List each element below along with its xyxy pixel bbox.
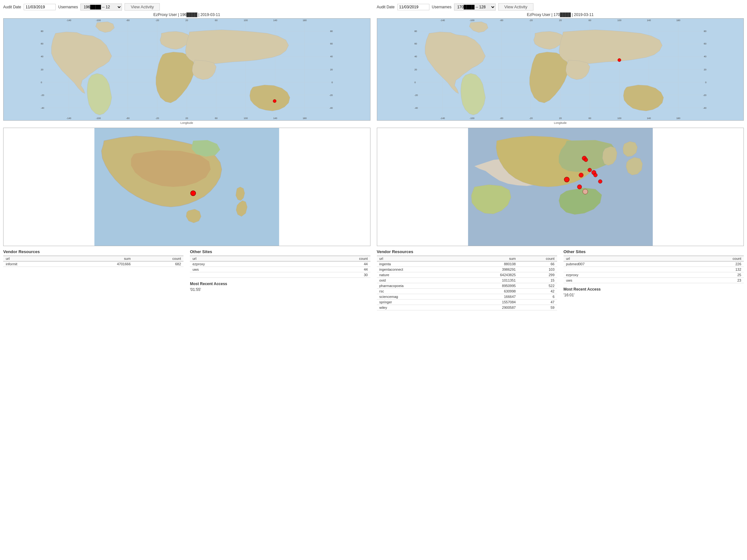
- left-most-recent-value: '01:55': [190, 287, 201, 292]
- table-row: ingenta88010866: [377, 262, 557, 267]
- svg-text:100: 100: [617, 117, 621, 120]
- svg-text:-140: -140: [440, 19, 445, 22]
- left-chart-title: EzProxy User | 196████ | 2019-03-11: [3, 12, 370, 17]
- left-world-map-svg: -140 -100 -60 -20 20 60 100 140 180: [3, 19, 370, 120]
- right-world-map-svg: -140 -100 -60 -20 20 60 100 140 180 -140: [377, 19, 744, 120]
- page: Audit Date Usernames 196████ -- 12 View …: [0, 0, 747, 560]
- svg-text:-20: -20: [156, 117, 159, 120]
- svg-text:140: 140: [647, 117, 651, 120]
- top-row: Audit Date Usernames 196████ -- 12 View …: [3, 3, 744, 311]
- left-username-select[interactable]: 196████ -- 12: [80, 3, 122, 10]
- svg-text:80: 80: [330, 30, 333, 33]
- right-view-activity-button[interactable]: View Activity: [498, 3, 534, 10]
- svg-text:140: 140: [273, 19, 277, 22]
- right-zoomed-marker-9: [583, 189, 588, 194]
- right-audit-date-label: Audit Date: [377, 5, 395, 9]
- svg-text:20: 20: [185, 19, 188, 22]
- right-chart-title: EzProxy User | 170████ | 2019-03-11: [377, 12, 744, 17]
- svg-text:180: 180: [303, 117, 307, 120]
- right-most-recent-value: '16:01': [564, 293, 575, 297]
- svg-text:-20: -20: [156, 19, 159, 22]
- svg-text:180: 180: [303, 19, 307, 22]
- svg-text:60: 60: [589, 117, 591, 120]
- table-row: ezproxy44: [190, 262, 370, 267]
- table-row: wiley290058759: [377, 305, 557, 311]
- right-audit-date-input[interactable]: [397, 4, 429, 10]
- svg-text:100: 100: [244, 19, 248, 22]
- left-other-sites: Other Sites url count ezproxy44uws4430: [190, 249, 370, 292]
- table-row: ezproxy25: [564, 272, 744, 278]
- left-audit-date-input[interactable]: [24, 4, 56, 10]
- svg-text:60: 60: [41, 42, 43, 45]
- right-bottom-section: Vendor Resources url sum count ingenta88: [377, 249, 744, 311]
- right-usernames-label: Usernames: [432, 5, 452, 9]
- table-row: 132: [564, 267, 744, 272]
- right-world-longitude-label: Longitude: [377, 121, 744, 125]
- left-controls: Audit Date Usernames 196████ -- 12 View …: [3, 3, 370, 10]
- svg-text:-20: -20: [703, 94, 706, 97]
- left-zoomed-map: [3, 128, 370, 246]
- svg-text:20: 20: [559, 19, 562, 22]
- right-zoomed-marker-7: [584, 158, 588, 162]
- svg-text:60: 60: [215, 19, 217, 22]
- left-other-col-url: url: [190, 256, 291, 262]
- right-world-map-wrapper: -140 -100 -60 -20 20 60 100 140 180 -140: [377, 18, 744, 125]
- left-bottom-section: Vendor Resources url sum count informit4: [3, 249, 370, 292]
- table-row: ingentaconnect3986291103: [377, 267, 557, 272]
- svg-text:0: 0: [331, 81, 333, 84]
- left-vendor-resources: Vendor Resources url sum count informit4: [3, 249, 183, 292]
- right-vendor-resources: Vendor Resources url sum count ingenta88: [377, 249, 557, 311]
- svg-text:80: 80: [41, 30, 43, 33]
- svg-text:-20: -20: [329, 94, 333, 97]
- svg-text:40: 40: [41, 55, 43, 58]
- left-vendor-table: url sum count informit4701666682: [3, 256, 183, 267]
- svg-text:-100: -100: [469, 117, 474, 120]
- svg-text:-140: -140: [67, 19, 71, 22]
- right-bottom-panel: Vendor Resources url sum count ingenta88: [377, 249, 744, 311]
- left-most-recent-title: Most Recent Access: [190, 282, 370, 286]
- right-zoomed-marker-2: [578, 173, 583, 177]
- table-row: sciencemag1666476: [377, 294, 557, 299]
- right-panel: Audit Date Usernames 170████ -- 128 View…: [377, 3, 744, 311]
- left-vendor-col-count: count: [133, 256, 183, 262]
- table-row: pubmed007226: [564, 262, 744, 267]
- svg-text:20: 20: [330, 68, 333, 71]
- svg-text:180: 180: [676, 117, 680, 120]
- svg-text:60: 60: [703, 42, 706, 45]
- right-zoomed-map: [377, 128, 744, 246]
- left-map-marker-1: [273, 100, 276, 103]
- left-zoomed-marker: [190, 191, 196, 196]
- svg-text:80: 80: [703, 30, 706, 33]
- svg-text:20: 20: [185, 117, 188, 120]
- table-row: uws23: [564, 278, 744, 283]
- svg-text:-60: -60: [499, 19, 503, 22]
- right-controls: Audit Date Usernames 170████ -- 128 View…: [377, 3, 744, 10]
- svg-text:60: 60: [414, 42, 417, 45]
- left-view-activity-button[interactable]: View Activity: [125, 3, 160, 10]
- left-other-table: url count ezproxy44uws4430: [190, 256, 370, 278]
- svg-text:-60: -60: [499, 117, 503, 120]
- right-other-col-count: count: [677, 256, 744, 262]
- left-other-title: Other Sites: [190, 249, 370, 254]
- table-row: ovid101135115: [377, 278, 557, 283]
- right-other-sites: Other Sites url count pubmed007226132ezp…: [564, 249, 744, 311]
- right-vendor-col-url: url: [377, 256, 460, 262]
- right-other-table: url count pubmed007226132ezproxy25uws23: [564, 256, 744, 283]
- right-most-recent: Most Recent Access '16:01': [564, 287, 744, 297]
- table-row: nature64243825299: [377, 272, 557, 278]
- right-zoomed-marker-6: [588, 168, 591, 172]
- left-vendor-col-url: url: [3, 256, 65, 262]
- left-zoomed-svg: [3, 128, 370, 246]
- svg-text:-100: -100: [96, 117, 101, 120]
- svg-text:100: 100: [244, 117, 248, 120]
- svg-text:-20: -20: [414, 94, 418, 97]
- svg-text:0: 0: [705, 81, 706, 84]
- right-vendor-table: url sum count ingenta88010866ingentaconn…: [377, 256, 557, 311]
- svg-text:-40: -40: [703, 107, 706, 109]
- right-vendor-title: Vendor Resources: [377, 249, 557, 254]
- table-row: uws44: [190, 267, 370, 272]
- right-username-select[interactable]: 170████ -- 128: [454, 3, 496, 10]
- left-other-col-count: count: [291, 256, 370, 262]
- table-row: informit4701666682: [3, 262, 183, 267]
- right-most-recent-title: Most Recent Access: [564, 287, 744, 292]
